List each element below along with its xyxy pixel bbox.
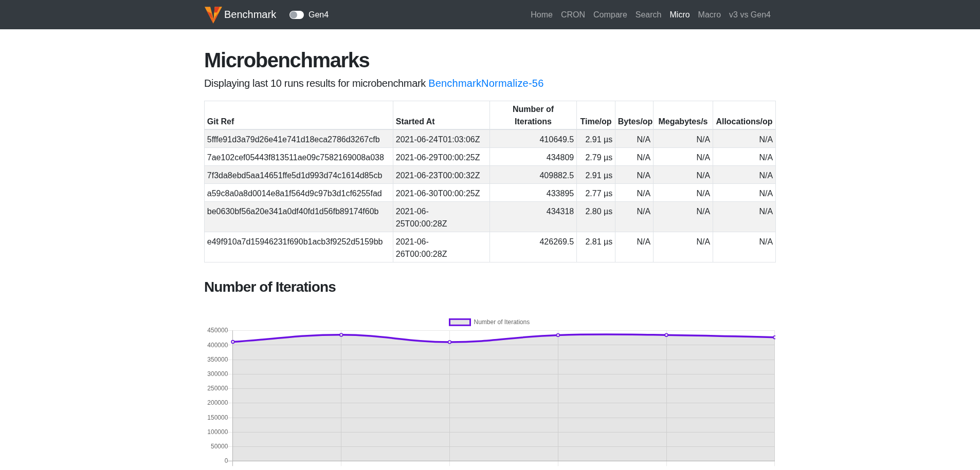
svg-text:350000: 350000 [207, 356, 228, 363]
svg-text:250000: 250000 [207, 385, 228, 392]
svg-text:450000: 450000 [207, 327, 228, 334]
svg-text:150000: 150000 [207, 414, 228, 421]
svg-text:Number of Iterations: Number of Iterations [474, 318, 530, 326]
svg-text:400000: 400000 [207, 342, 228, 349]
svg-text:200000: 200000 [207, 399, 228, 406]
svg-text:50000: 50000 [211, 443, 228, 450]
svg-text:0: 0 [225, 457, 228, 464]
svg-text:100000: 100000 [207, 428, 228, 436]
svg-text:300000: 300000 [207, 370, 228, 378]
